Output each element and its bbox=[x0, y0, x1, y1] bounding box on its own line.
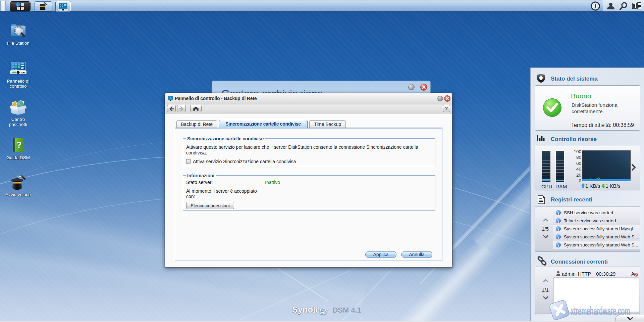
svg-text:?: ? bbox=[16, 140, 22, 150]
svg-text:i: i bbox=[594, 3, 596, 10]
